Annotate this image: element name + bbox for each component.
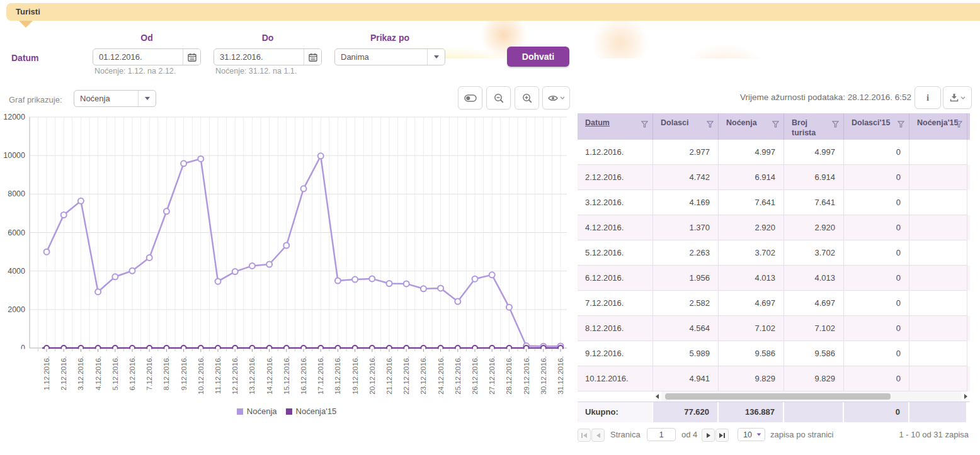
graf-prikazuje-select[interactable]: Noćenja [74,90,156,107]
table-row[interactable]: 5.12.2016.2.2633.7023.7020 [578,240,970,266]
date-to-calendar-button[interactable] [304,49,321,65]
table-row[interactable]: 1.12.2016.2.9774.9974.9970 [578,140,970,165]
tab-turisti[interactable]: Turisti [6,3,980,21]
funnel-icon[interactable] [832,121,839,128]
legend-item-nocenja[interactable]: Noćenja [237,407,277,416]
zoom-out-button[interactable] [486,86,511,110]
chevron-down-icon [560,96,565,99]
column-header-1[interactable]: Datum [578,113,653,140]
cell-value: 4.997 [784,140,844,165]
column-title: Noćenja [726,118,757,127]
next-page-button[interactable] [702,429,715,442]
funnel-icon[interactable] [641,121,648,128]
svg-text:25.12.2016.: 25.12.2016. [454,356,462,395]
series-visibility-button[interactable] [542,86,570,110]
cell-value: 9.829 [719,366,784,391]
svg-text:30.12.2016.: 30.12.2016. [540,356,547,395]
legend-item-nocenja15[interactable]: Noćenja'15 [286,407,337,416]
cell-value [909,316,967,341]
first-page-button[interactable] [578,429,591,442]
svg-text:4.12.2016.: 4.12.2016. [94,356,102,390]
cell-value: 5.989 [653,341,719,366]
cell-value: 0 [844,341,909,366]
last-page-button[interactable] [715,429,729,442]
chevron-down-icon [434,55,439,59]
funnel-icon[interactable] [955,121,962,128]
svg-text:21.12.2016.: 21.12.2016. [385,356,393,395]
info-button[interactable]: i [914,86,941,109]
chart-toggle-button[interactable] [458,86,482,110]
export-download-button[interactable] [943,86,972,109]
cell-value: 0 [844,215,909,240]
svg-text:9.12.2016.: 9.12.2016. [180,356,188,390]
total-value [784,402,844,422]
table-row[interactable]: 4.12.2016.1.3702.9202.9200 [578,215,970,240]
dohvati-button[interactable]: Dohvati [507,47,569,67]
cell-value [909,140,967,165]
scrollbar-thumb[interactable] [665,393,891,400]
column-header-6[interactable]: Noćenja'15 [909,113,967,140]
date-to-input[interactable] [214,52,304,62]
table-row[interactable]: 3.12.2016.4.1697.6417.6410 [578,190,970,215]
do-hint: Noćenje: 31.12. na 1.1. [215,67,297,76]
svg-text:8.12.2016.: 8.12.2016. [162,356,170,390]
graf-prikazuje-label: Graf prikazuje: [9,95,62,104]
chevron-down-icon [145,97,150,100]
table-row[interactable]: 10.12.2016.4.9419.8299.8290 [578,366,970,391]
column-header-5[interactable]: Dolasci'15 [844,113,909,140]
legend-swatch [237,408,243,415]
cell-date: 4.12.2016. [578,215,653,240]
graf-prikazuje-value: Noćenja [74,94,138,103]
cell-date: 6.12.2016. [578,266,653,291]
page-number-input[interactable] [647,428,676,441]
toggle-icon [464,94,477,102]
cell-value: 7.102 [719,316,784,341]
cell-value: 4.169 [653,190,719,215]
scrollbar-track[interactable] [661,391,962,402]
previous-page-button[interactable] [591,429,605,442]
cell-date: 10.12.2016. [578,366,653,391]
table-row[interactable]: 2.12.2016.4.7426.9146.9140 [578,165,970,190]
column-header-3[interactable]: Noćenja [719,113,784,140]
table-row[interactable]: 7.12.2016.2.5824.6974.6970 [578,291,970,316]
svg-text:3.12.2016.: 3.12.2016. [77,356,84,390]
cell-date: 8.12.2016. [578,316,653,341]
scroll-left-arrow-icon[interactable] [653,391,661,402]
zoom-out-icon [494,93,504,103]
table-row[interactable]: 6.12.2016.1.9564.0134.0130 [578,266,970,291]
funnel-icon[interactable] [772,121,779,128]
cell-value: 4.013 [784,266,844,291]
horizontal-scrollbar[interactable] [653,391,970,402]
cell-value: 1.370 [653,215,719,240]
column-title: Dolasci'15 [852,118,890,127]
svg-text:10000: 10000 [3,151,25,160]
funnel-icon[interactable] [707,121,714,128]
prikaz-po-value: Danima [335,52,427,62]
data-freshness-text: Vrijeme ažurnosti podataka: 28.12.2016. … [724,93,911,102]
funnel-icon[interactable] [897,121,904,128]
column-header-2[interactable]: Dolasci [653,113,719,140]
zoom-in-button[interactable] [515,86,539,110]
cell-value: 2.977 [653,140,719,165]
cell-value: 0 [844,165,909,190]
svg-text:16.12.2016.: 16.12.2016. [300,356,307,395]
table-row[interactable]: 9.12.2016.5.9899.5869.5860 [578,341,970,366]
column-title: Broj turista [792,118,816,137]
page-size-select[interactable]: 10 [738,428,765,441]
total-value [909,402,967,422]
scroll-right-arrow-icon[interactable] [962,391,970,402]
cell-value: 4.742 [653,165,719,190]
select-arrow-segment [427,49,445,65]
line-chart: 0200040006000800010000120001.12.2016.2.1… [1,113,573,408]
cell-value: 7.102 [784,316,844,341]
column-header-4[interactable]: Broj turista [784,113,844,140]
cell-date: 9.12.2016. [578,341,653,366]
table-row[interactable]: 8.12.2016.4.5647.1027.1020 [578,316,970,341]
date-from-input[interactable] [93,52,183,62]
cell-value: 0 [844,240,909,266]
prikaz-po-select[interactable]: Danima [334,48,445,65]
svg-text:2000: 2000 [8,305,25,314]
date-from-calendar-button[interactable] [183,49,200,65]
cell-value: 9.586 [719,341,784,366]
cell-value: 6.914 [719,165,784,190]
